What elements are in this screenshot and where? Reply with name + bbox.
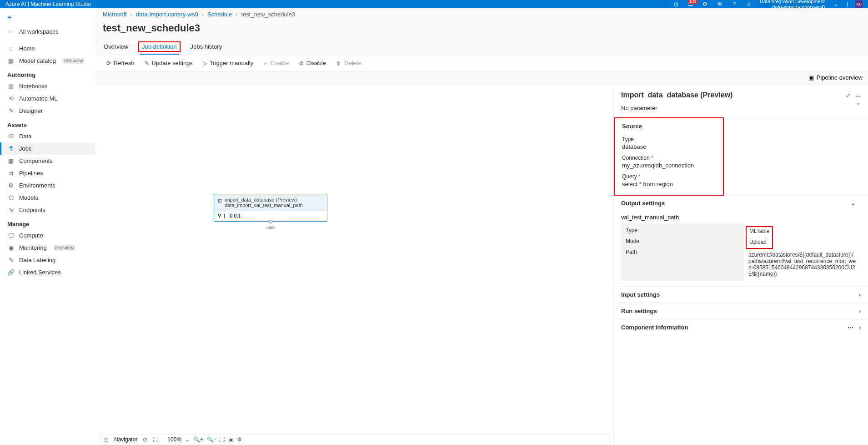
refresh-icon: ⟳ [106,60,111,66]
input-settings-header[interactable]: Input settings › [614,287,868,303]
connection-value: my_azuresqldb_connection [622,162,716,169]
component-info-header[interactable]: Component information ⋯ › [614,319,868,335]
out-mode-value: Upload [749,239,769,245]
output-settings-header[interactable]: Output settings ⌄ [614,195,863,211]
connection-label: Connection * [622,155,716,161]
section-input-settings: Input settings › [614,286,868,303]
update-settings-button[interactable]: ✎ Update settings [145,60,193,66]
settings-icon[interactable]: ⚙ [702,0,709,8]
catalog-icon: ▤ [7,57,15,64]
node-subtitle: data_import_val_test_manual_path [225,202,303,208]
layout-icon[interactable]: ▣ [228,436,233,443]
data-icon: ⛁ [7,133,15,140]
sidebar-item-compute[interactable]: 🖵 Compute [0,229,95,242]
breadcrumb: Microsoft › data-import-canary-ws0 › Sch… [95,8,868,20]
play-icon: ▷ [203,60,207,66]
sidebar-item-jobs[interactable]: ⚗ Jobs [0,142,95,155]
fullscreen-icon[interactable]: ▭ [855,92,861,99]
sidebar-item-model-catalog[interactable]: ▤ Model catalog PREVIEW [0,55,95,67]
pipeline-overview-button[interactable]: ▣ Pipeline overview [808,74,863,81]
clock-icon[interactable]: ◷ [672,0,680,8]
trigger-manually-button[interactable]: ▷ Trigger manually [203,60,253,66]
canvas[interactable]: ⊞ import_data_database (Preview) data_im… [95,85,613,445]
sidebar-item-components[interactable]: ▦ Components [0,155,95,167]
jobs-icon: ⚗ [7,145,15,152]
chevron-right-icon: › [130,11,132,18]
sidebar-item-environments[interactable]: ⚙ Environments [0,179,95,192]
app-title: Azure AI | Machine Learning Studio [5,1,91,7]
sidebar-item-automated-ml[interactable]: ⟲ Automated ML [0,92,95,105]
zoom-in-icon[interactable]: 🔍+ [193,436,203,443]
sidebar-item-data-labeling[interactable]: ✎ Data Labeling [0,254,95,266]
run-settings-header[interactable]: Run settings › [614,303,868,319]
sidebar-item-monitoring[interactable]: ◉ Monitoring PREVIEW [0,242,95,254]
sidebar-item-linked-services[interactable]: 🔗 Linked Services [0,266,95,278]
refresh-button[interactable]: ⟳ Refresh [106,60,135,66]
settings-icon[interactable]: ⚙ [237,436,242,443]
more-icon[interactable]: ⋯ [848,324,854,331]
fit-icon[interactable]: ⛶ [219,436,225,443]
all-workspaces[interactable]: ← All workspaces [0,25,95,38]
version-label: V [218,213,221,218]
query-value: select * from region [622,181,716,187]
expand-icon[interactable]: ⛶ [153,436,158,443]
source-header[interactable]: Source [615,118,723,134]
enable-button: ✓ Enable [263,60,289,66]
main: Microsoft › data-import-canary-ws0 › Sch… [95,8,868,445]
highlight-annotation: Job definition [138,41,181,52]
out-mode-label: Mode [626,238,739,244]
sidebar-item-notebooks[interactable]: ▥ Notebooks [0,80,95,92]
section-component-info: Component information ⋯ › [614,319,868,335]
chevron-down-icon: ⌄ [851,200,856,207]
notifications-icon[interactable]: ☰100 [687,0,694,8]
avatar[interactable]: AB [855,0,863,8]
chevron-right-icon: › [236,11,237,18]
delete-icon: 🗑 [336,60,341,66]
monitoring-icon: ◉ [7,244,15,251]
breadcrumb-current: test_new_schedule3 [241,11,296,18]
chevron-down-icon[interactable]: ⌄ [856,99,861,106]
sidebar-item-endpoints[interactable]: ⇲ Endpoints [0,204,95,216]
type-label: Type [622,136,716,142]
no-parameter-label: No parameter [614,103,868,118]
sidebar-item-pipelines[interactable]: ⇉ Pipelines [0,167,95,179]
chevron-down-icon[interactable]: ⌄ [185,436,190,443]
section-run-settings: Run settings › [614,303,868,319]
navigator-label: Navigator [114,436,137,443]
labeling-icon: ✎ [7,257,15,263]
tab-jobs-history[interactable]: Jobs history [190,40,223,55]
output-port[interactable] [269,220,272,223]
back-arrow-icon: ← [7,28,15,35]
tab-job-definition[interactable]: Job definition [140,40,179,55]
sidebar-item-data[interactable]: ⛁ Data [0,130,95,142]
navigator-icon[interactable]: ⊡ [104,436,109,443]
zoom-out-icon[interactable]: 🔍- [207,436,216,443]
out-path-label: Path [626,249,739,255]
sidebar-item-home[interactable]: ⌂ Home [0,42,95,55]
topbar: Azure AI | Machine Learning Studio ◷ ☰10… [0,0,868,8]
smiley-icon[interactable]: ☺ [745,0,753,8]
highlight-annotation: MLTable Upload [746,226,773,249]
chevron-down-icon[interactable]: ⌄ [832,0,839,8]
target-icon[interactable]: ⊙ [143,436,147,443]
breadcrumb-schedule[interactable]: Schedule [207,11,232,18]
feedback-icon[interactable]: ✉ [716,0,723,8]
help-icon[interactable]: ? [731,0,738,8]
pipeline-node[interactable]: ⊞ import_data_database (Preview) data_im… [214,194,327,222]
node-icon: ⊞ [218,198,222,204]
disable-icon: ⊘ [299,60,304,66]
tab-overview[interactable]: Overview [103,40,129,55]
breadcrumb-microsoft[interactable]: Microsoft [103,11,127,18]
breadcrumb-workspace[interactable]: data-import-canary-ws0 [136,11,198,18]
sidebar-item-models[interactable]: ⬡ Models [0,192,95,204]
hamburger-icon[interactable]: ≡ [0,12,95,25]
environments-icon: ⚙ [7,182,15,189]
expand-icon[interactable]: ⤢ [846,92,851,99]
sidebar-item-designer[interactable]: ✎ Designer [0,105,95,117]
section-authoring: Authoring [0,67,95,80]
disable-button[interactable]: ⊘ Disable [299,60,326,66]
type-value: database [622,143,716,150]
delete-button: 🗑 Delete [336,60,361,66]
preview-badge: PREVIEW [62,58,85,64]
workspace: ⊞ import_data_database (Preview) data_im… [95,84,868,445]
